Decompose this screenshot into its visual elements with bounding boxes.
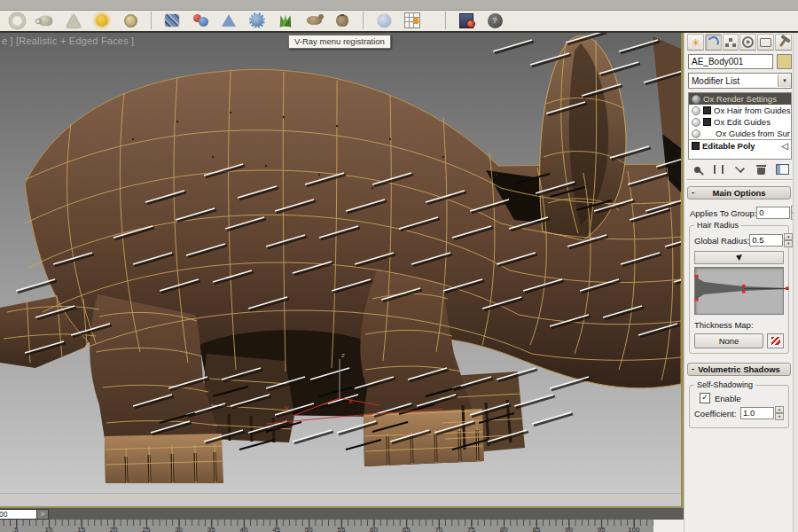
main-options-header[interactable]: - Main Options	[687, 186, 791, 200]
map-icon	[771, 337, 780, 345]
stack-row-ox-hair-from-guides[interactable]: Ox Hair from Guides	[689, 105, 791, 116]
applies-to-group-label: Applies To Group:	[690, 208, 756, 218]
coefficient-spinner[interactable]: ▲ ▼	[775, 406, 784, 420]
global-radius-field[interactable]: 0.5	[749, 234, 783, 246]
axis-x-label: x	[348, 396, 353, 405]
command-panel-tabs: ✳	[687, 34, 792, 51]
applies-to-group-field[interactable]: 0	[756, 207, 790, 219]
thickness-map-shortcut-button[interactable]	[767, 333, 784, 348]
viewport-3d[interactable]: e ] [Realistic + Edged Faces ]	[0, 33, 681, 493]
spinner-up-icon[interactable]: ▲	[775, 406, 784, 413]
coefficient-field[interactable]: 1.0	[740, 407, 774, 419]
collapse-icon[interactable]: -	[692, 187, 694, 198]
make-unique-button[interactable]	[732, 163, 747, 176]
toolbar-separator	[445, 12, 446, 29]
viewport-shading-label[interactable]: e ] [Realistic + Edged Faces ]	[2, 35, 134, 46]
make-unique-icon	[735, 163, 745, 173]
stack-row-ox-guides-from-surface[interactable]: Ox Guides from Sur ◁	[689, 128, 791, 139]
enable-checkbox[interactable]: ✓	[700, 393, 710, 403]
trash-icon	[757, 168, 765, 175]
tab-motion[interactable]	[739, 34, 756, 51]
panel-divider	[687, 179, 794, 181]
spinner-up-icon[interactable]: ▲	[784, 233, 793, 240]
configure-modifier-sets-button[interactable]	[775, 163, 790, 176]
axis-z-label: z	[341, 351, 345, 359]
hierarchy-icon	[729, 38, 732, 42]
ringed-sphere-icon[interactable]	[121, 11, 140, 30]
pine-tree-icon[interactable]	[219, 11, 239, 30]
vray-toolbar-icon[interactable]	[457, 11, 476, 30]
toolbar-separator	[363, 12, 364, 29]
coefficient-label: Coefficient:	[694, 409, 736, 419]
visibility-bulb-icon[interactable]	[692, 118, 700, 127]
timeline-labels: 510 1520 2530 3540 4550 5560 6570 7580 8…	[0, 526, 653, 532]
collapse-icon[interactable]: -	[692, 364, 694, 374]
next-frame-button[interactable]: >	[36, 509, 49, 520]
spheres-pair-icon[interactable]	[191, 11, 210, 30]
blue-sphere-icon[interactable]	[374, 11, 394, 30]
frame-number-field[interactable]: 00	[0, 509, 37, 520]
modifier-list-dropdown[interactable]: Modifier List ▼	[688, 73, 792, 89]
hair-radius-group: Hair Radius Global Radius: 0.5 ▲ ▼	[689, 225, 789, 354]
modifier-stack: Ox Render Settings Ox Hair from Guides O…	[688, 92, 792, 160]
viewport-3d-scene: z Y x	[0, 33, 681, 493]
curve-tool-icon	[736, 254, 742, 261]
modifier-list-label: Modifier List	[692, 76, 739, 86]
tab-hierarchy[interactable]	[723, 34, 739, 51]
display-icon	[760, 38, 771, 47]
timeline-ruler[interactable]: 510 1520 2530 3540 4550 5560 6570 7580 8…	[0, 520, 653, 532]
sun-light-icon[interactable]	[92, 11, 112, 30]
object-name-field[interactable]: AE_Body001	[688, 54, 773, 69]
modifier-box-icon	[703, 106, 711, 114]
hair-radius-label: Hair Radius	[694, 221, 741, 230]
visibility-bulb-icon[interactable]	[692, 95, 700, 104]
ferret-icon[interactable]	[304, 11, 324, 30]
thickness-map-none-button[interactable]: None	[694, 333, 763, 348]
tab-create[interactable]: ✳	[687, 34, 704, 51]
hedgehog-icon[interactable]	[332, 11, 352, 30]
render-grid-icon[interactable]	[403, 11, 422, 30]
visibility-bulb-icon[interactable]	[692, 106, 700, 115]
dropdown-arrow-icon[interactable]: ▼	[778, 74, 791, 87]
grass-clump-icon[interactable]	[276, 11, 295, 30]
rollout-main-options: - Main Options Applies To Group: 0 ▲ ▼ H…	[687, 186, 791, 357]
self-shadowing-group: Self-Shadowing ✓ Enable Coefficient: 1.0…	[689, 385, 789, 428]
cone-icon[interactable]	[64, 11, 83, 30]
time-slider-strip[interactable]	[0, 508, 684, 520]
radius-curve-tool-button[interactable]	[694, 251, 784, 264]
thickness-map-label: Thickness Map:	[694, 320, 754, 330]
global-radius-spinner[interactable]: ▲ ▼	[784, 233, 793, 247]
tab-utilities[interactable]	[775, 34, 792, 51]
spinner-down-icon[interactable]: ▼	[775, 413, 784, 420]
tooltip: V-Ray menu registration	[288, 35, 391, 49]
stack-row-editable-poly[interactable]: Editable Poly ◁	[689, 139, 791, 152]
toolbar-separator	[151, 12, 152, 29]
panel-scrollbar[interactable]	[793, 33, 798, 532]
enable-label: Enable	[715, 394, 741, 403]
tab-display[interactable]	[757, 34, 774, 51]
configure-icon	[776, 164, 789, 175]
braid-ball-icon[interactable]	[162, 11, 182, 30]
stack-row-ox-edit-guides[interactable]: Ox Edit Guides	[689, 116, 791, 128]
visibility-bulb-icon[interactable]	[692, 129, 700, 138]
teapot-icon[interactable]	[35, 11, 55, 30]
vray-about-globe-icon[interactable]: ?	[485, 11, 505, 30]
axis-y-label: Y	[284, 404, 289, 413]
remove-modifier-button[interactable]	[754, 163, 769, 176]
ground-ring-icon[interactable]	[7, 11, 27, 30]
stack-row-ox-render-settings[interactable]: Ox Render Settings	[689, 93, 791, 105]
show-end-result-button[interactable]	[711, 163, 726, 176]
radius-profile-graph[interactable]	[694, 267, 784, 315]
track-bar[interactable]	[0, 493, 681, 507]
volumetric-shadows-header[interactable]: - Volumetric Shadows	[687, 363, 791, 376]
mesh-arrow-icon: ◁	[781, 142, 788, 151]
toolbar-upper-strip	[0, 0, 798, 11]
self-shadowing-label: Self-Shadowing	[694, 380, 755, 389]
object-color-swatch[interactable]	[777, 54, 792, 69]
pin-stack-button[interactable]	[690, 163, 705, 176]
spinner-down-icon[interactable]: ▼	[784, 240, 793, 247]
create-icon: ✳	[692, 38, 700, 47]
modify-icon	[706, 35, 720, 50]
fur-ball-icon[interactable]	[247, 11, 267, 30]
tab-modify[interactable]	[705, 34, 722, 51]
